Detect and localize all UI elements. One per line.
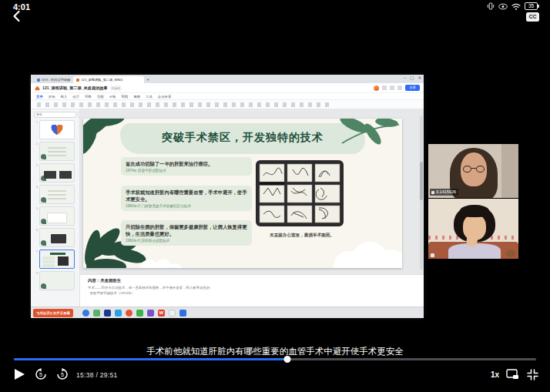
photo-caption: 吴孟超办公室里，素描手术图画。: [248, 233, 356, 239]
progress-scrubber[interactable]: [284, 356, 291, 363]
slide-number: 4: [34, 185, 38, 189]
menu-item: 开始: [49, 95, 55, 99]
status-bar-icons: 35: [487, 2, 538, 10]
eye-icon: [498, 3, 508, 10]
forward-5-button[interactable]: 5: [56, 368, 69, 380]
thumbnail-search: ⌄: [34, 112, 76, 118]
wifi-icon: [511, 3, 521, 10]
participant-icon: [431, 253, 434, 257]
thumbnail-row: 6: [34, 228, 78, 247]
slide-thumbnail-panel: ⌄ 1 2 3: [31, 109, 80, 307]
taskbar-app-icon: [115, 310, 122, 317]
card-text: 只切除生病的肝脏，保留更多健康肝脏，让病人恢复得更快，生活质量也更好。: [126, 223, 247, 237]
slide-thumbnail-3: [39, 163, 75, 183]
ribbon-toolbar: [31, 100, 424, 109]
cc-toggle[interactable]: CC: [526, 12, 539, 22]
participant-name: 3.1415926: [436, 189, 456, 196]
taskbar-app-icon: [169, 310, 176, 317]
notes-line: · 肝脏半肝切除技术（1974年）: [88, 291, 416, 295]
sketch-photo: [256, 160, 344, 226]
slide-number: 3: [34, 163, 38, 167]
workspace: ⌄ 1 2 3: [31, 109, 424, 307]
slide-text-card-3: 只切除生病的肝脏，保留更多健康肝脏，让病人恢复得更快，生活质量也更好。 1990…: [121, 220, 252, 246]
notes-line: 手术——切开不仅是技术，他一直坚持术前画图，术中避开血管，病人恢复得更好。: [88, 286, 416, 290]
browser-app-icon: [82, 310, 89, 317]
menu-item: 设计: [72, 95, 79, 99]
title-row-actions: 分享: [374, 85, 420, 91]
home-icon: [35, 85, 40, 91]
browser-tab-document: 121_课程讲稿_第二课_W801: [73, 76, 144, 83]
user-avatar: [374, 85, 379, 91]
card-text: 首次成功切除了一半的肝脏来治疗癌症。: [126, 160, 247, 167]
minimize-icon: –: [404, 75, 406, 80]
menu-item: 切换: [85, 95, 92, 99]
screen-share-badge: 飞书会议正在共享屏幕: [33, 309, 73, 317]
glasses-icon: [463, 166, 485, 173]
slide-thumbnail-1: [39, 120, 75, 139]
document-title-row: 121_课程讲稿_第二课_吴孟超的故事 已保存 分享: [31, 83, 424, 93]
webcam-tile-2: [428, 199, 518, 263]
background-wall: [501, 144, 518, 198]
slide-thumbnail-4: [39, 185, 75, 204]
current-slide: 突破手术禁区，开发独特的技术 首次成功切除了一半的肝脏来治疗癌症。 1974年 …: [83, 119, 402, 268]
cloud-sync-icon: [382, 85, 387, 90]
subtitle-text: 手术前他就知道肝脏内有哪些重要的血管手术中避开使手术更安全: [0, 346, 550, 357]
webcam-tile-1: 3.1415926: [428, 144, 518, 198]
card-subtext: 1990年代 肝段联合切除技术: [126, 239, 247, 243]
taskbar-app-icon: [147, 310, 154, 317]
slide-number: 6: [34, 228, 38, 232]
taskbar-app-icon: [126, 310, 132, 317]
pip-button[interactable]: [506, 369, 519, 380]
play-button[interactable]: [14, 368, 25, 380]
taskbar-app-icon: [93, 310, 100, 317]
screen-share-video: 日历 - 时间管理提醒 121_课程讲稿_第二课_W801 + – ▢ ✕ 12…: [31, 75, 424, 318]
taskbar-app-icon: [179, 310, 186, 317]
menu-bar: 文件 开始 插入 设计 切换 动画 放映 审阅 视图 工具 会员专享: [31, 93, 424, 100]
wechat-app-icon: [136, 310, 143, 317]
taskbar-apps: W: [82, 310, 186, 317]
document-title: 121_课程讲稿_第二课_吴孟超的故事: [42, 85, 108, 91]
wps-app-icon: W: [158, 310, 165, 317]
thumbnail-row: 7: [34, 250, 78, 269]
card-subtext: 1974年 肝脏半肝切除技术: [126, 169, 247, 173]
rewind-5-button[interactable]: 5: [35, 368, 47, 380]
time-display: 15:38 / 29:51: [76, 371, 118, 379]
slide-number: 7: [34, 250, 38, 253]
playback-speed-button[interactable]: 1x: [491, 370, 499, 379]
wps-slides-icon: [76, 79, 79, 82]
slide-canvas: 突破手术禁区，开发独特的技术 首次成功切除了一半的肝脏来治疗癌症。 1974年 …: [80, 109, 424, 274]
thumbnail-row: 5: [34, 206, 78, 226]
card-text: 手术前就知道肝脏内有哪些重要血管，手术中避开，使手术更安全。: [126, 189, 247, 203]
battery-icon: 35: [525, 2, 538, 10]
slide-title: 突破手术禁区，开发独特的技术: [83, 131, 402, 145]
slide-thumbnail-7-selected: [39, 250, 75, 269]
tab-favicon: [37, 79, 40, 82]
back-button[interactable]: [10, 9, 24, 23]
fullscreen-exit-button[interactable]: [527, 369, 538, 380]
heart-icon: [51, 125, 63, 136]
speaker-notes: 内容：吴孟超医生 手术——切开不仅是技术，他一直坚持术前画图，术中避开血管，病人…: [80, 274, 424, 307]
video-letterbox: [428, 259, 518, 263]
slide-thumbnail-2: [39, 142, 75, 161]
svg-text:5: 5: [39, 372, 42, 377]
maximize-icon: ▢: [410, 75, 414, 80]
progress-bar[interactable]: [14, 358, 536, 360]
browser-tab-calendar: 日历 - 时间管理提醒: [34, 76, 73, 83]
hair-fringe: [460, 205, 489, 217]
thumbnail-row: 1: [34, 120, 78, 139]
menu-item: 工具: [146, 95, 153, 99]
plush-toy: [506, 250, 515, 257]
browser-tab-bar: 日历 - 时间管理提醒 121_课程讲稿_第二课_W801 + – ▢ ✕: [31, 75, 424, 83]
tab-label: 日历 - 时间管理提醒: [42, 78, 70, 82]
comment-icon: [397, 85, 402, 90]
windows-taskbar: 飞书会议正在共享屏幕 W: [31, 307, 424, 318]
menu-item: 插入: [61, 95, 68, 99]
slide-thumbnail-5: [39, 206, 75, 226]
tab-label: 121_课程讲稿_第二课_W801: [81, 78, 122, 82]
svg-text:5: 5: [61, 372, 64, 377]
taskbar-app-icon: [104, 310, 111, 317]
menu-item: 审阅: [121, 95, 128, 99]
video-player-screen: 4:01 35 CC 日历 - 时间管理提醒: [0, 0, 550, 392]
slide-number: 5: [34, 206, 38, 210]
notes-line: 内容：吴孟超医生: [88, 278, 416, 283]
